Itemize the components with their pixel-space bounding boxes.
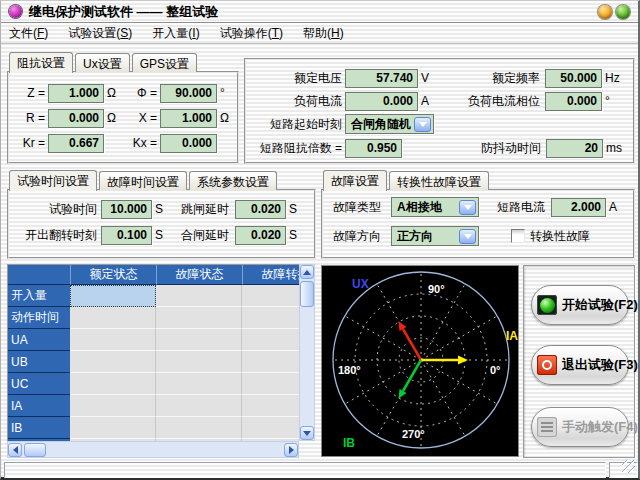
rated-frequency-unit: Hz (605, 71, 620, 85)
resize-grip[interactable] (622, 460, 635, 473)
fault-type-select[interactable]: A相接地 (391, 197, 479, 217)
menu-bar: 文件(F) 试验设置(S) 开入量(I) 试验操作(T) 帮助(H) (1, 23, 638, 44)
manual-trigger-icon (537, 417, 557, 437)
manual-trigger-button[interactable]: 手动触发(F4) (531, 407, 629, 447)
dropdown-arrow-icon[interactable] (414, 117, 431, 132)
tab-gps-settings[interactable]: GPS设置 (132, 53, 197, 72)
tab-test-time-settings[interactable]: 试验时间设置 (9, 170, 97, 191)
impedance-tab-group: 阻抗设置 Ux设置 GPS设置 Z = 1.000 Ω Φ = 90.000 °… (7, 51, 239, 164)
scroll-right-icon[interactable] (284, 443, 298, 457)
impedance-multiple-input[interactable]: 0.950 (345, 139, 402, 158)
minimize-button[interactable] (598, 5, 612, 19)
label-ib: IB (343, 436, 355, 450)
debounce-time-label: 防抖动时间 (402, 140, 541, 157)
kr-input[interactable]: 0.667 (48, 134, 104, 153)
phasor-svg: UX 90° 180° 0° IA 270° IB (322, 266, 518, 456)
r-unit: Ω (107, 111, 121, 125)
status-bar-left (4, 462, 606, 478)
source-params-panel: 额定电压 57.740 V 额定频率 50.000 Hz 负荷电流 0.000 … (244, 58, 635, 164)
app-window: 继电保护测试软件 —— 整组试验 文件(F) 试验设置(S) 开入量(I) 试验… (0, 0, 640, 480)
scroll-left-icon[interactable] (8, 443, 22, 457)
start-test-icon (537, 295, 557, 315)
fault-tab-group: 故障设置 转换性故障设置 故障类型 A相接地 短路电流 2.000 A 故障方向… (321, 169, 635, 259)
dropdown-arrow-icon[interactable] (459, 200, 476, 215)
menu-file[interactable]: 文件(F) (9, 25, 48, 42)
load-current-unit: A (421, 94, 441, 108)
dropdown-arrow-icon[interactable] (459, 229, 476, 244)
fault-direction-select[interactable]: 正方向 (391, 226, 479, 246)
vector-green (399, 360, 422, 399)
vertical-scroll-thumb[interactable] (300, 281, 314, 307)
short-circuit-start-select[interactable]: 合闸角随机 (345, 114, 434, 134)
col-header-fault-state: 故障状态 (156, 265, 242, 285)
table-row: UB (8, 351, 299, 373)
phi-input[interactable]: 90.000 (160, 84, 217, 103)
r-label: R = (11, 111, 45, 125)
fault-direction-label: 故障方向 (333, 228, 381, 245)
vertical-scrollbar[interactable] (299, 264, 315, 441)
close-delay-input[interactable]: 0.020 (235, 226, 286, 245)
table-corner-cell (8, 265, 70, 285)
phasor-diagram: UX 90° 180° 0° IA 270° IB (321, 265, 519, 457)
scroll-up-icon[interactable] (300, 265, 314, 279)
short-current-unit: A (609, 200, 617, 214)
exit-test-icon (537, 355, 557, 375)
table-row: 开入量 (8, 285, 299, 307)
phi-unit: ° (220, 86, 225, 100)
trip-delay-unit: S (289, 202, 297, 216)
rated-voltage-input[interactable]: 57.740 (345, 69, 418, 88)
short-circuit-start-label: 短路起始时刻 (248, 116, 342, 133)
vector-yellow (421, 356, 468, 365)
selected-cell[interactable] (70, 285, 156, 307)
r-input[interactable]: 0.000 (48, 109, 104, 128)
tab-system-param-settings[interactable]: 系统参数设置 (189, 171, 277, 190)
table-row: 动作时间 (8, 307, 299, 329)
tab-fault-settings[interactable]: 故障设置 (323, 170, 387, 191)
test-time-input[interactable]: 10.000 (101, 200, 152, 219)
convertible-fault-label: 转换性故障 (530, 228, 590, 245)
rated-frequency-input[interactable]: 50.000 (545, 69, 602, 88)
menu-test-operation[interactable]: 试验操作(T) (220, 25, 283, 42)
start-test-button[interactable]: 开始试验(F2) (531, 285, 629, 325)
label-270deg: 270° (402, 428, 425, 440)
kx-input[interactable]: 0.000 (160, 134, 217, 153)
z-input[interactable]: 1.000 (48, 84, 104, 103)
menu-test-settings[interactable]: 试验设置(S) (68, 25, 132, 42)
load-current-input[interactable]: 0.000 (345, 92, 418, 111)
exit-test-button[interactable]: 退出试验(F3) (531, 345, 629, 385)
menu-binary-input[interactable]: 开入量(I) (152, 25, 199, 42)
convertible-fault-checkbox[interactable] (511, 229, 525, 243)
fault-type-label: 故障类型 (333, 199, 381, 216)
close-delay-label: 合闸延时 (167, 227, 229, 244)
tab-convertible-fault-settings[interactable]: 转换性故障设置 (389, 171, 489, 190)
short-current-input[interactable]: 2.000 (551, 198, 606, 217)
scroll-down-icon[interactable] (300, 426, 314, 440)
table-row: IA (8, 395, 299, 417)
debounce-time-input[interactable]: 20 (546, 139, 603, 158)
z-label: Z = (11, 86, 45, 100)
table-row: UC (8, 373, 299, 395)
tab-impedance-settings[interactable]: 阻抗设置 (9, 52, 73, 73)
menu-help[interactable]: 帮助(H) (303, 25, 344, 42)
col-header-rated-state: 额定状态 (70, 265, 156, 285)
flip-time-label: 开出翻转时刻 (11, 227, 97, 244)
flip-time-input[interactable]: 0.100 (101, 226, 152, 245)
x-input[interactable]: 1.000 (160, 109, 217, 128)
test-time-unit: S (155, 202, 167, 216)
load-current-phase-input[interactable]: 0.000 (545, 92, 602, 111)
tab-fault-time-settings[interactable]: 故障时间设置 (99, 171, 187, 190)
label-0deg: 0° (490, 364, 501, 376)
close-button[interactable] (616, 5, 630, 19)
trip-delay-input[interactable]: 0.020 (235, 200, 286, 219)
load-current-phase-unit: ° (605, 94, 610, 108)
label-ia: IA (506, 329, 518, 343)
result-table: 额定状态 故障状态 故障转换 开入量 动作时间 UA UB UC IA IB I… (7, 264, 315, 458)
result-grid: 额定状态 故障状态 故障转换 开入量 动作时间 UA UB UC IA IB I… (7, 264, 299, 441)
horizontal-scroll-thumb[interactable] (24, 443, 46, 457)
horizontal-scrollbar[interactable] (7, 441, 299, 458)
label-90deg: 90° (428, 283, 445, 295)
action-button-panel: 开始试验(F2) 退出试验(F3) 手动触发(F4) (523, 265, 635, 458)
debounce-time-unit: ms (606, 141, 622, 155)
tab-ux-settings[interactable]: Ux设置 (75, 53, 130, 72)
load-current-label: 负荷电流 (248, 93, 342, 110)
